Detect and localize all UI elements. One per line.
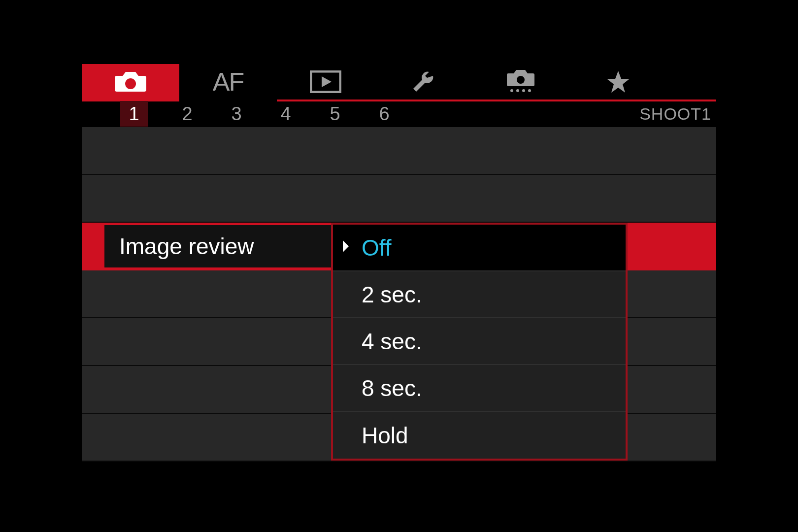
option-label: 2 sec. <box>362 281 422 308</box>
custom-camera-icon <box>506 69 535 95</box>
sub-page-2[interactable]: 2 <box>177 103 197 125</box>
camera-icon <box>115 70 146 94</box>
sub-page-4[interactable]: 4 <box>276 103 296 125</box>
camera-menu-screen: AF <box>82 64 716 468</box>
option-4sec[interactable]: 4 sec. <box>333 318 626 365</box>
option-label: 4 sec. <box>362 328 422 355</box>
menu-list: Image review Off 2 sec. 4 sec. 8 sec. Ho… <box>82 127 716 462</box>
sub-page-3[interactable]: 3 <box>227 103 246 125</box>
menu-row <box>82 127 716 175</box>
menu-row <box>82 175 716 223</box>
option-8sec[interactable]: 8 sec. <box>333 365 626 412</box>
star-icon <box>606 70 631 94</box>
option-label: Off <box>362 234 392 261</box>
option-label: 8 sec. <box>362 375 422 401</box>
tab-setup[interactable] <box>374 64 472 100</box>
tab-custom-functions[interactable] <box>472 64 569 100</box>
sub-page-1[interactable]: 1 <box>120 101 148 127</box>
selection-pointer-icon <box>342 239 350 253</box>
svg-point-5 <box>522 89 525 92</box>
svg-point-4 <box>516 89 519 92</box>
svg-point-6 <box>528 89 531 92</box>
tab-playback[interactable] <box>277 64 374 100</box>
image-review-dropdown: Off 2 sec. 4 sec. 8 sec. Hold <box>331 223 628 461</box>
af-label: AF <box>213 67 243 97</box>
play-icon <box>310 70 341 93</box>
sub-page-row: 1 2 3 4 5 6 SHOOT1 <box>82 101 716 127</box>
tab-af[interactable]: AF <box>179 64 277 100</box>
main-tab-bar: AF <box>82 64 716 100</box>
setting-label: Image review <box>119 233 254 260</box>
option-label: Hold <box>362 422 408 449</box>
svg-point-0 <box>125 78 136 89</box>
option-off[interactable]: Off <box>333 225 626 271</box>
option-2sec[interactable]: 2 sec. <box>333 271 626 318</box>
tab-shoot[interactable] <box>82 64 179 100</box>
option-hold[interactable]: Hold <box>333 412 626 459</box>
svg-point-3 <box>510 89 513 92</box>
setting-label-box: Image review <box>104 225 331 267</box>
wrench-icon <box>411 70 435 94</box>
tab-mymenu[interactable] <box>569 64 667 100</box>
svg-point-2 <box>517 76 525 84</box>
sub-page-6[interactable]: 6 <box>374 103 394 125</box>
sub-page-5[interactable]: 5 <box>325 103 345 125</box>
section-label: SHOOT1 <box>639 104 711 124</box>
